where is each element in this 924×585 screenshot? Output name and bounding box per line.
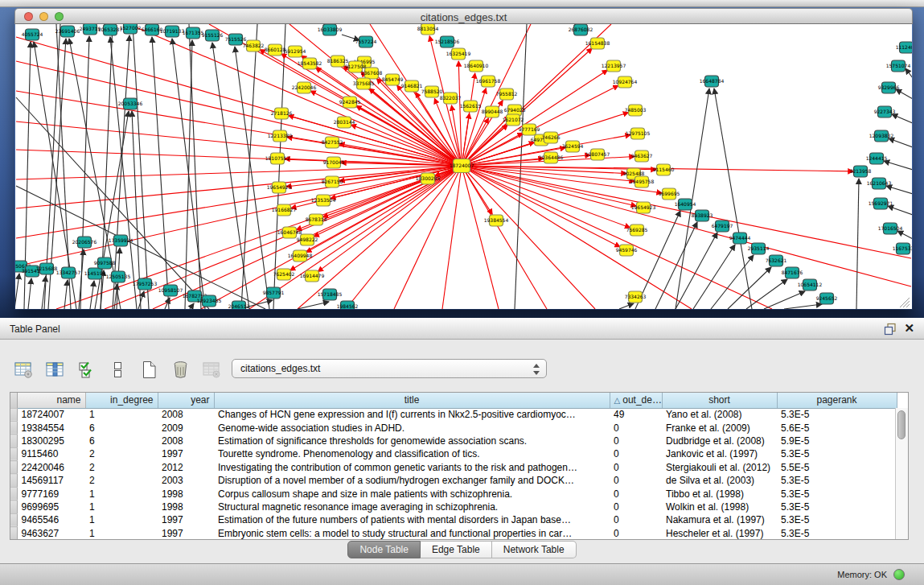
graph-node[interactable] <box>188 290 202 302</box>
column-header-out_degree[interactable]: △out_de… <box>610 393 662 408</box>
window-titlebar[interactable]: citations_edges.txt <box>14 8 913 24</box>
graph-node[interactable] <box>874 198 888 209</box>
graph-node[interactable] <box>341 301 355 309</box>
table-row[interactable]: 1830029562008Estimation of significance … <box>10 435 897 447</box>
graph-node[interactable] <box>277 204 291 216</box>
graph-node[interactable] <box>326 176 339 187</box>
graph-node[interactable] <box>630 225 644 236</box>
graph-node[interactable] <box>146 24 159 35</box>
graph-node[interactable] <box>331 56 345 67</box>
tab-edge-table[interactable]: Edge Table <box>421 541 492 558</box>
column-header-pagerank[interactable]: pagerank <box>777 393 897 408</box>
graph-node[interactable] <box>164 285 178 296</box>
graph-node[interactable] <box>88 268 102 279</box>
tab-network-table[interactable]: Network Table <box>492 541 577 558</box>
citation-network-graph[interactable]: 4055724236914062493719106532871527002646… <box>15 24 912 309</box>
table-select-dropdown[interactable]: citations_edges.txt <box>232 359 547 378</box>
graph-node[interactable] <box>61 26 75 37</box>
graph-node[interactable] <box>607 60 621 72</box>
row-gutter[interactable] <box>10 474 17 487</box>
graph-node[interactable] <box>663 188 676 200</box>
row-gutter[interactable] <box>10 501 17 513</box>
table-row[interactable]: 2242004622012Investigating the contribut… <box>10 461 897 474</box>
graph-node[interactable] <box>267 287 281 299</box>
select-all-icon[interactable] <box>76 359 97 380</box>
graph-node[interactable] <box>637 202 651 213</box>
graph-node[interactable] <box>114 235 128 246</box>
graph-node[interactable] <box>566 141 580 152</box>
table-row[interactable]: 969969511998Structural magnetic resonanc… <box>10 501 897 513</box>
graph-node[interactable] <box>343 97 357 108</box>
graph-node[interactable] <box>421 24 435 35</box>
table-row[interactable]: 911546021997Tourette syndrome. Phenomeno… <box>10 447 897 460</box>
graph-node[interactable] <box>629 291 643 303</box>
graph-node[interactable] <box>40 263 54 274</box>
row-gutter[interactable] <box>10 487 17 500</box>
graph-node[interactable] <box>523 124 536 135</box>
graph-node[interactable] <box>298 82 311 93</box>
graph-node[interactable] <box>631 128 645 139</box>
graph-node[interactable] <box>875 130 889 142</box>
float-panel-icon[interactable] <box>884 323 897 336</box>
graph-node[interactable] <box>486 106 499 117</box>
column-header-short[interactable]: short <box>662 393 777 408</box>
graph-node[interactable] <box>892 60 906 72</box>
graph-node[interactable] <box>500 89 514 100</box>
table-row[interactable]: 1872400712008Changes of HCN gene express… <box>10 408 897 421</box>
create-column-icon[interactable] <box>138 359 159 380</box>
graph-node[interactable] <box>752 243 766 254</box>
graph-node[interactable] <box>452 48 466 60</box>
tab-node-table[interactable]: Node Table <box>347 541 421 558</box>
table-scrollbar-thumb[interactable] <box>897 410 906 439</box>
graph-node[interactable] <box>124 24 138 34</box>
graph-node[interactable] <box>359 36 373 47</box>
graph-node[interactable] <box>294 250 307 262</box>
row-gutter[interactable] <box>10 527 17 540</box>
graph-node[interactable] <box>490 215 503 226</box>
row-gutter[interactable] <box>10 513 17 526</box>
graph-node[interactable] <box>273 182 286 193</box>
graph-node[interactable] <box>104 24 117 35</box>
graph-node[interactable] <box>870 153 884 164</box>
graph-node[interactable] <box>770 255 783 266</box>
graph-node[interactable] <box>112 271 125 282</box>
graph-node[interactable] <box>271 153 285 164</box>
graph-node[interactable] <box>405 80 419 92</box>
graph-node[interactable] <box>900 42 913 53</box>
graph-node[interactable] <box>187 27 200 39</box>
column-header-year[interactable]: year <box>158 393 214 408</box>
graph-node[interactable] <box>470 60 483 72</box>
table-row[interactable]: 1456911722003Disruption of a novel membe… <box>10 474 897 487</box>
column-header-in_degree[interactable]: in_degree <box>85 393 158 408</box>
graph-node[interactable] <box>657 164 671 175</box>
graph-node[interactable] <box>26 29 39 40</box>
graph-node[interactable] <box>635 176 649 187</box>
graph-node[interactable] <box>786 267 799 278</box>
graph-node[interactable] <box>454 159 470 173</box>
show-columns-icon[interactable] <box>44 359 65 380</box>
network-canvas[interactable]: 4055724236914062493719106532871527002646… <box>15 24 912 309</box>
graph-node[interactable] <box>338 117 351 128</box>
delete-icon[interactable] <box>170 359 191 380</box>
graph-node[interactable] <box>98 257 112 269</box>
close-panel-icon[interactable]: ✕ <box>904 321 914 336</box>
graph-node[interactable] <box>289 46 302 57</box>
graph-node[interactable] <box>349 61 363 72</box>
graph-node[interactable] <box>629 105 643 116</box>
graph-node[interactable] <box>574 24 588 35</box>
graph-node[interactable] <box>78 237 92 248</box>
graph-node[interactable] <box>716 220 729 232</box>
graph-node[interactable] <box>26 266 39 277</box>
graph-node[interactable] <box>884 223 897 234</box>
graph-node[interactable] <box>323 289 337 300</box>
table-row[interactable]: 946362711997Embryonic stem cells: a mode… <box>10 527 897 540</box>
graph-node[interactable] <box>705 76 719 87</box>
graph-node[interactable] <box>618 76 632 88</box>
graph-node[interactable] <box>229 34 243 45</box>
table-scrollbar[interactable] <box>895 408 908 539</box>
graph-node[interactable] <box>820 293 834 304</box>
graph-node[interactable] <box>464 101 478 112</box>
graph-node[interactable] <box>696 210 709 221</box>
graph-node[interactable] <box>310 214 323 225</box>
graph-node[interactable] <box>273 130 287 142</box>
